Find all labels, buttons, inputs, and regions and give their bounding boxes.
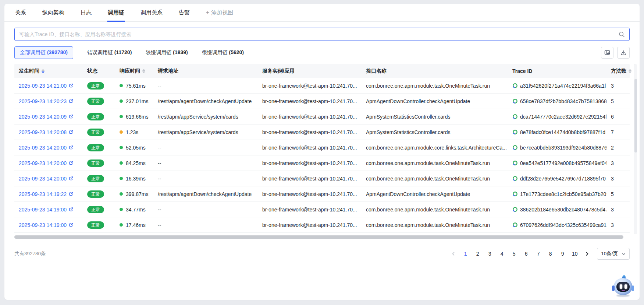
trace-time-link[interactable]: 2025-09-23 14:21:00 [19,83,74,89]
external-link-icon[interactable] [69,145,74,150]
trace-icon [512,83,518,88]
method-count: 3 [606,222,630,228]
tab-调用链[interactable]: 调用链 [107,4,125,21]
status-badge: 正常 [87,113,104,120]
external-link-icon[interactable] [69,99,74,104]
sort-carets-icon [629,69,631,73]
tab-日志[interactable]: 日志 [80,4,92,21]
request-url: /rest/apm/appService/system/cards [153,129,258,135]
page-number[interactable]: 6 [521,249,531,259]
column-settings-icon [604,50,610,56]
filter-row: 全部调用链 (392780)错误调用链 (11720)较慢调用链 (1839)很… [14,46,630,59]
trace-icon [512,160,518,166]
trace-time-link[interactable]: 2025-09-23 14:19:22 [19,191,74,197]
trace-id: be7cea0bd5b393193df92e4b80d88761 [520,145,606,151]
trace-time-link[interactable]: 2025-09-23 14:20:08 [19,129,74,135]
method-count: 3 [606,176,630,182]
trace-time-link[interactable]: 2025-09-23 14:19:00 [19,207,74,213]
column-settings-button[interactable] [601,47,613,59]
page-number[interactable]: 7 [533,249,543,259]
add-view-button[interactable]: + 添加视图 [205,4,234,21]
external-link-icon[interactable] [69,176,74,181]
interface-name: com.bonree.one.apm.module.task.OneMinute… [362,222,508,228]
external-link-icon[interactable] [69,207,74,212]
column-header[interactable]: 发生时间 [14,68,83,74]
service-instance: br-one-framework@test-apm-10.241.70... [258,145,362,151]
sort-carets-icon [142,69,145,73]
request-url: -- [153,222,258,228]
external-link-icon[interactable] [69,161,74,165]
tab-调用关系[interactable]: 调用关系 [140,4,163,21]
horizontal-scrollbar[interactable] [14,235,623,239]
trace-time-link[interactable]: 2025-09-23 14:19:00 [19,222,74,228]
method-count: 5 [606,191,630,197]
external-link-icon[interactable] [69,114,74,119]
page-number[interactable]: 9 [558,249,567,259]
table-footer: 共有392780条 12345678910 10条/页 [14,248,630,260]
trace-table: 发生时间状态响应时间请求地址服务实例/应用接口名称Trace ID方法数 202… [14,64,630,239]
filter-chip[interactable]: 较慢调用链 (1839) [146,47,188,59]
tab-关系[interactable]: 关系 [14,4,27,21]
page-number[interactable]: 4 [497,249,507,259]
interface-name: com.bonree.one.apm.module.task.OneMinute… [362,83,508,89]
trace-time-link[interactable]: 2025-09-23 14:20:23 [19,98,74,104]
request-url: -- [153,207,258,213]
latency-dot [120,84,123,87]
request-url: /rest/apm/agentDown/checkAgentUpdate [153,98,258,104]
request-url: -- [153,145,258,151]
trace-time-link[interactable]: 2025-09-23 14:20:00 [19,160,74,166]
trace-time-link[interactable]: 2025-09-23 14:20:09 [19,114,74,120]
external-link-icon[interactable] [69,192,74,196]
response-time: 619.66ms [126,114,148,120]
latency-dot [120,161,123,165]
external-link-icon[interactable] [69,222,74,227]
page-number[interactable]: 2 [473,249,483,259]
filter-chip[interactable]: 错误调用链 (11720) [87,47,132,59]
search-input[interactable] [19,31,619,37]
response-time: 237.01ms [126,98,148,104]
add-view-label: 添加视图 [211,9,233,16]
tab-纵向架构[interactable]: 纵向架构 [42,4,65,21]
external-link-icon[interactable] [69,130,74,134]
page-size-select[interactable]: 10条/页 [597,248,630,260]
response-time: 399.87ms [126,191,148,197]
vertical-scrollbar-thumb[interactable] [634,79,637,152]
robot-ear-left [612,285,615,291]
service-instance: br-one-framework@test-apm-10.241.70... [258,114,362,120]
external-link-icon[interactable] [69,83,74,88]
trace-time: 2025-09-23 14:19:00 [19,207,67,213]
trace-time: 2025-09-23 14:20:00 [19,145,67,151]
page-size-value: 10条/页 [601,250,618,257]
interface-name: com.bonree.one.apm.module.core.links.tas… [362,145,508,151]
download-button[interactable] [617,47,630,59]
total-count-label: 共有392780条 [14,250,46,257]
view-tabbar: 关系纵向架构日志调用链调用关系告警 + 添加视图 [4,4,640,22]
method-count: 5 [606,98,630,104]
filter-chip[interactable]: 全部调用链 (392780) [14,46,73,59]
page-number[interactable]: 1 [460,249,470,259]
trace-icon [512,98,518,104]
tab-告警[interactable]: 告警 [178,4,191,21]
trace-time-link[interactable]: 2025-09-23 14:20:00 [19,145,74,151]
interface-name: ApmSystemStatisticsController.cards [362,114,508,120]
filter-chip[interactable]: 很慢调用链 (5620) [202,47,244,59]
trace-id: 8e78fadc0fce14474d0b8bbf97887f1d [520,129,605,135]
page-number[interactable]: 5 [509,249,519,259]
column-header: 服务实例/应用 [258,68,362,74]
robot-eye-right [625,284,627,289]
search-icon[interactable] [619,31,625,38]
next-page-button[interactable] [582,249,592,259]
page-number[interactable]: 10 [570,249,580,259]
page-number[interactable]: 8 [545,249,555,259]
trace-time-link[interactable]: 2025-09-23 14:20:00 [19,176,74,182]
status-badge: 正常 [87,190,104,198]
column-header[interactable]: 响应时间 [115,68,153,74]
ai-assistant-button[interactable] [612,275,634,298]
latency-dot [120,223,123,227]
status-badge: 正常 [87,159,104,167]
page-number[interactable]: 3 [485,249,495,259]
interface-name: com.bonree.one.apm.module.task.OneMinute… [362,160,508,166]
trace-icon [512,129,518,135]
prev-page-button[interactable] [448,249,458,259]
column-header[interactable]: 方法数 [606,68,631,74]
